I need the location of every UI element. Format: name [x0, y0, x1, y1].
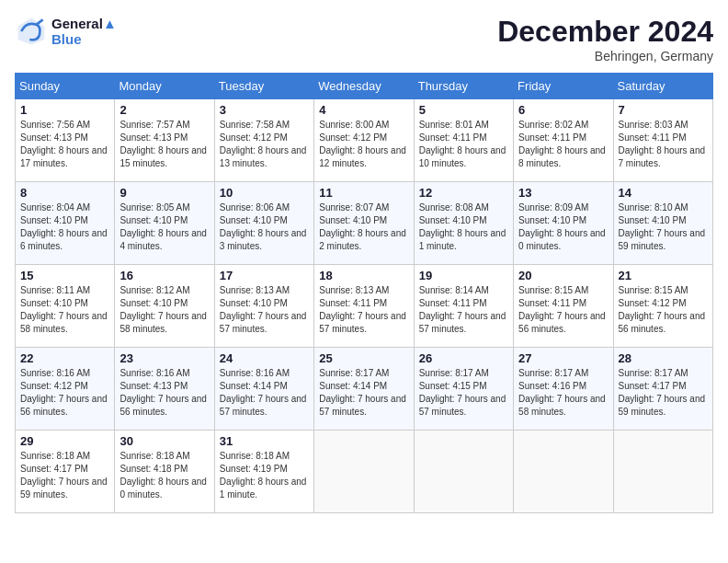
day-info: Sunrise: 8:16 AMSunset: 4:14 PMDaylight:… — [220, 367, 309, 419]
day-cell-8: 8Sunrise: 8:04 AMSunset: 4:10 PMDaylight… — [16, 182, 115, 265]
day-info: Sunrise: 8:17 AMSunset: 4:14 PMDaylight:… — [319, 367, 408, 419]
day-number: 8 — [20, 186, 109, 200]
day-cell-25: 25Sunrise: 8:17 AMSunset: 4:14 PMDayligh… — [314, 348, 414, 431]
calendar-table: SundayMondayTuesdayWednesdayThursdayFrid… — [15, 73, 713, 513]
empty-cell — [414, 431, 513, 513]
day-number: 13 — [518, 186, 608, 200]
day-number: 11 — [319, 186, 408, 200]
day-cell-14: 14Sunrise: 8:10 AMSunset: 4:10 PMDayligh… — [613, 182, 712, 265]
day-info: Sunrise: 8:07 AMSunset: 4:10 PMDaylight:… — [319, 201, 408, 253]
logo-text: General▲ Blue — [51, 16, 117, 47]
day-info: Sunrise: 8:18 AMSunset: 4:17 PMDaylight:… — [20, 450, 109, 501]
day-number: 31 — [220, 434, 309, 448]
day-cell-29: 29Sunrise: 8:18 AMSunset: 4:17 PMDayligh… — [16, 431, 115, 513]
day-cell-22: 22Sunrise: 8:16 AMSunset: 4:12 PMDayligh… — [16, 348, 115, 431]
day-info: Sunrise: 8:18 AMSunset: 4:18 PMDaylight:… — [119, 450, 209, 501]
day-number: 15 — [20, 269, 109, 282]
col-header-sunday: Sunday — [16, 74, 115, 99]
day-cell-28: 28Sunrise: 8:17 AMSunset: 4:17 PMDayligh… — [613, 348, 712, 431]
day-info: Sunrise: 8:15 AMSunset: 4:12 PMDaylight:… — [619, 284, 708, 336]
day-number: 12 — [419, 186, 508, 200]
day-info: Sunrise: 8:17 AMSunset: 4:16 PMDaylight:… — [518, 367, 608, 419]
col-header-monday: Monday — [115, 74, 214, 99]
page-header: General▲ Blue December 2024 Behringen, G… — [15, 15, 713, 63]
day-number: 18 — [319, 269, 408, 282]
day-cell-16: 16Sunrise: 8:12 AMSunset: 4:10 PMDayligh… — [115, 265, 214, 348]
day-number: 16 — [119, 269, 209, 282]
day-cell-30: 30Sunrise: 8:18 AMSunset: 4:18 PMDayligh… — [115, 431, 214, 513]
day-info: Sunrise: 8:17 AMSunset: 4:15 PMDaylight:… — [419, 367, 508, 419]
day-cell-10: 10Sunrise: 8:06 AMSunset: 4:10 PMDayligh… — [214, 182, 313, 265]
logo: General▲ Blue — [15, 15, 117, 48]
day-info: Sunrise: 8:09 AMSunset: 4:10 PMDaylight:… — [518, 201, 608, 253]
empty-cell — [314, 431, 414, 513]
day-info: Sunrise: 8:16 AMSunset: 4:13 PMDaylight:… — [119, 367, 209, 419]
day-cell-4: 4Sunrise: 8:00 AMSunset: 4:12 PMDaylight… — [314, 99, 414, 182]
logo-icon — [15, 15, 48, 48]
day-info: Sunrise: 8:08 AMSunset: 4:10 PMDaylight:… — [419, 201, 508, 253]
day-info: Sunrise: 8:04 AMSunset: 4:10 PMDaylight:… — [20, 201, 109, 253]
day-info: Sunrise: 8:11 AMSunset: 4:10 PMDaylight:… — [20, 284, 109, 336]
day-number: 23 — [119, 351, 209, 365]
day-info: Sunrise: 8:06 AMSunset: 4:10 PMDaylight:… — [220, 201, 309, 253]
week-row-4: 22Sunrise: 8:16 AMSunset: 4:12 PMDayligh… — [16, 348, 713, 431]
month-title: December 2024 — [497, 15, 713, 49]
day-cell-3: 3Sunrise: 7:58 AMSunset: 4:12 PMDaylight… — [214, 99, 313, 182]
day-number: 3 — [220, 103, 309, 117]
day-cell-19: 19Sunrise: 8:14 AMSunset: 4:11 PMDayligh… — [414, 265, 513, 348]
day-number: 7 — [619, 103, 708, 117]
day-number: 1 — [20, 103, 109, 117]
day-info: Sunrise: 8:16 AMSunset: 4:12 PMDaylight:… — [20, 367, 109, 419]
day-cell-27: 27Sunrise: 8:17 AMSunset: 4:16 PMDayligh… — [514, 348, 613, 431]
day-info: Sunrise: 8:17 AMSunset: 4:17 PMDaylight:… — [619, 367, 708, 419]
day-info: Sunrise: 8:10 AMSunset: 4:10 PMDaylight:… — [619, 201, 708, 253]
week-row-2: 8Sunrise: 8:04 AMSunset: 4:10 PMDaylight… — [16, 182, 713, 265]
day-cell-15: 15Sunrise: 8:11 AMSunset: 4:10 PMDayligh… — [16, 265, 115, 348]
col-header-thursday: Thursday — [414, 74, 513, 99]
day-cell-11: 11Sunrise: 8:07 AMSunset: 4:10 PMDayligh… — [314, 182, 414, 265]
day-cell-17: 17Sunrise: 8:13 AMSunset: 4:10 PMDayligh… — [214, 265, 313, 348]
day-number: 21 — [619, 269, 708, 282]
day-number: 24 — [220, 351, 309, 365]
week-row-1: 1Sunrise: 7:56 AMSunset: 4:13 PMDaylight… — [16, 99, 713, 182]
day-info: Sunrise: 7:57 AMSunset: 4:13 PMDaylight:… — [119, 119, 209, 170]
title-block: December 2024 Behringen, Germany — [497, 15, 713, 63]
day-info: Sunrise: 8:13 AMSunset: 4:10 PMDaylight:… — [220, 284, 309, 336]
empty-cell — [613, 431, 712, 513]
col-header-tuesday: Tuesday — [214, 74, 313, 99]
day-cell-18: 18Sunrise: 8:13 AMSunset: 4:11 PMDayligh… — [314, 265, 414, 348]
day-number: 5 — [419, 103, 508, 117]
day-info: Sunrise: 8:02 AMSunset: 4:11 PMDaylight:… — [518, 119, 608, 170]
day-cell-20: 20Sunrise: 8:15 AMSunset: 4:11 PMDayligh… — [514, 265, 613, 348]
day-info: Sunrise: 7:56 AMSunset: 4:13 PMDaylight:… — [20, 119, 109, 170]
day-cell-23: 23Sunrise: 8:16 AMSunset: 4:13 PMDayligh… — [115, 348, 214, 431]
day-number: 2 — [119, 103, 209, 117]
day-info: Sunrise: 8:13 AMSunset: 4:11 PMDaylight:… — [319, 284, 408, 336]
col-header-friday: Friday — [514, 74, 613, 99]
day-number: 10 — [220, 186, 309, 200]
day-cell-26: 26Sunrise: 8:17 AMSunset: 4:15 PMDayligh… — [414, 348, 513, 431]
day-cell-7: 7Sunrise: 8:03 AMSunset: 4:11 PMDaylight… — [613, 99, 712, 182]
day-cell-12: 12Sunrise: 8:08 AMSunset: 4:10 PMDayligh… — [414, 182, 513, 265]
day-info: Sunrise: 8:14 AMSunset: 4:11 PMDaylight:… — [419, 284, 508, 336]
day-cell-2: 2Sunrise: 7:57 AMSunset: 4:13 PMDaylight… — [115, 99, 214, 182]
day-info: Sunrise: 8:15 AMSunset: 4:11 PMDaylight:… — [518, 284, 608, 336]
day-cell-9: 9Sunrise: 8:05 AMSunset: 4:10 PMDaylight… — [115, 182, 214, 265]
day-number: 28 — [619, 351, 708, 365]
day-number: 29 — [20, 434, 109, 448]
empty-cell — [514, 431, 613, 513]
week-row-5: 29Sunrise: 8:18 AMSunset: 4:17 PMDayligh… — [16, 431, 713, 513]
day-number: 27 — [518, 351, 608, 365]
day-number: 25 — [319, 351, 408, 365]
day-info: Sunrise: 8:18 AMSunset: 4:19 PMDaylight:… — [220, 450, 309, 501]
day-info: Sunrise: 8:05 AMSunset: 4:10 PMDaylight:… — [119, 201, 209, 253]
day-number: 30 — [119, 434, 209, 448]
day-cell-5: 5Sunrise: 8:01 AMSunset: 4:11 PMDaylight… — [414, 99, 513, 182]
day-info: Sunrise: 8:03 AMSunset: 4:11 PMDaylight:… — [619, 119, 708, 170]
location: Behringen, Germany — [497, 49, 713, 63]
col-header-saturday: Saturday — [613, 74, 712, 99]
day-number: 6 — [518, 103, 608, 117]
day-info: Sunrise: 7:58 AMSunset: 4:12 PMDaylight:… — [220, 119, 309, 170]
day-cell-13: 13Sunrise: 8:09 AMSunset: 4:10 PMDayligh… — [514, 182, 613, 265]
calendar-header-row: SundayMondayTuesdayWednesdayThursdayFrid… — [16, 74, 713, 99]
